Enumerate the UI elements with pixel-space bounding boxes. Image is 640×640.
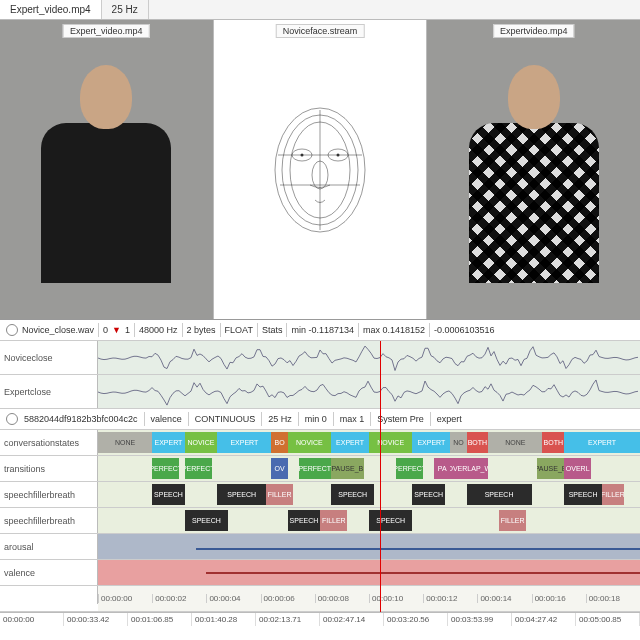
segment-block[interactable]: NOVICE [369, 432, 412, 453]
segment-block[interactable]: PERFECT [185, 458, 212, 479]
chevron-down-icon[interactable]: ▼ [112, 325, 121, 335]
annotation-track-row[interactable]: transitionsPERFECTPERFECTOVPERFECTPAUSE_… [0, 456, 640, 482]
continuous-line [98, 548, 640, 550]
person-figure [11, 65, 202, 319]
audio-max: max 0.1418152 [363, 325, 425, 335]
waveform-body[interactable] [98, 341, 640, 374]
segment-block[interactable]: EXPERT [564, 432, 640, 453]
video-pane-middle[interactable]: Noviceface.stream [214, 20, 428, 319]
target-icon[interactable] [6, 324, 18, 336]
segment-block[interactable]: SPEECH [564, 484, 602, 505]
segment-block[interactable]: NONE [98, 432, 152, 453]
segment-block[interactable]: NOVICE [185, 432, 218, 453]
pane-label-right: Expertvideo.mp4 [493, 24, 575, 38]
segment-block[interactable]: PA [434, 458, 450, 479]
audio-info-bar: Novice_close.wav 0 ▼ 1 48000 Hz 2 bytes … [0, 320, 640, 341]
wave-track-row[interactable]: Expertclose [0, 375, 640, 409]
top-tabs: Expert_video.mp4 25 Hz [0, 0, 640, 20]
annotation-body[interactable]: NONEEXPERTNOVICEEXPERTBONOVICEEXPERTNOVI… [98, 430, 640, 455]
global-time-tick: 00:04:27.42 [512, 613, 576, 626]
segment-block[interactable]: NO [450, 432, 466, 453]
segment-block[interactable]: SPEECH [467, 484, 532, 505]
segment-block[interactable]: EXPERT [152, 432, 185, 453]
segment-block[interactable]: FILLER [320, 510, 347, 531]
segment-block[interactable]: BO [271, 432, 287, 453]
segment-block[interactable]: BOTH [467, 432, 489, 453]
segment-block[interactable]: FILLER [602, 484, 624, 505]
time-tick: 00:00:06 [261, 594, 315, 603]
audio-filename: Novice_close.wav [22, 325, 94, 335]
track-label: arousal [0, 534, 98, 559]
global-time-axis[interactable]: 00:00:0000:00:33.4200:01:06.8500:01:40.2… [0, 612, 640, 626]
annotation-body[interactable]: PERFECTPERFECTOVPERFECTPAUSE_BPERFECTPAO… [98, 456, 640, 481]
segment-block[interactable]: EXPERT [331, 432, 369, 453]
global-time-tick: 00:02:13.71 [256, 613, 320, 626]
tracks-container: NovicecloseExpertclose 5882044df9182b3bf… [0, 341, 640, 612]
segment-block[interactable]: OVERL [564, 458, 591, 479]
segment-block[interactable]: SPEECH [217, 484, 266, 505]
pane-label-left: Expert_video.mp4 [63, 24, 150, 38]
segment-block[interactable]: EXPERT [412, 432, 450, 453]
segment-block[interactable]: OVERLAP_W [450, 458, 488, 479]
segment-block[interactable]: FILLER [499, 510, 526, 531]
segment-block[interactable]: PAUSE_B [537, 458, 564, 479]
time-tick: 00:00:04 [206, 594, 260, 603]
time-tick: 00:00:18 [586, 594, 640, 603]
torso-shape [469, 123, 599, 283]
segment-block[interactable]: PAUSE_B [331, 458, 364, 479]
global-time-tick: 00:00:33.42 [64, 613, 128, 626]
waveform-body[interactable] [98, 375, 640, 408]
head-shape [508, 65, 560, 129]
audio-sr: 48000 Hz [139, 325, 178, 335]
annotation-track-row[interactable]: speechfillerbreathSPEECHSPEECHFILLERSPEE… [0, 508, 640, 534]
sub-ticks[interactable]: 00:00:0000:00:0200:00:0400:00:0600:00:08… [98, 586, 640, 611]
track-label: speechfillerbreath [0, 482, 98, 507]
target-icon[interactable] [6, 413, 18, 425]
track-label: valence [0, 560, 98, 585]
audio-stats[interactable]: Stats [262, 325, 283, 335]
continuous-track-row[interactable]: arousal [0, 534, 640, 560]
segment-block[interactable]: PERFECT [396, 458, 423, 479]
track-label: Noviceclose [0, 341, 98, 374]
person-figure [438, 65, 629, 319]
annotation-track-row[interactable]: speechfillerbreathSPEECHSPEECHFILLERSPEE… [0, 482, 640, 508]
segment-block[interactable]: NOVICE [288, 432, 331, 453]
file-tab[interactable]: Expert_video.mp4 [0, 0, 102, 19]
stream-id: 5882044df9182b3bfc004c2c [24, 414, 138, 424]
segment-block[interactable]: PERFECT [152, 458, 179, 479]
rate-tab[interactable]: 25 Hz [102, 0, 149, 19]
annotation-body[interactable]: SPEECHSPEECHFILLERSPEECHSPEECHSPEECHSPEE… [98, 482, 640, 507]
audio-bytes: 2 bytes [187, 325, 216, 335]
svg-point-10 [337, 153, 340, 156]
stream-mode: CONTINUOUS [195, 414, 256, 424]
segment-block[interactable]: SPEECH [288, 510, 321, 531]
continuous-track-row[interactable]: valence [0, 560, 640, 586]
segment-block[interactable]: PERFECT [299, 458, 332, 479]
wave-track-row[interactable]: Noviceclose [0, 341, 640, 375]
pane-label-middle: Noviceface.stream [276, 24, 365, 38]
global-time-tick: 00:01:06.85 [128, 613, 192, 626]
segment-block[interactable]: EXPERT [217, 432, 271, 453]
video-pane-right[interactable]: Expertvideo.mp4 [427, 20, 640, 319]
sub-time-axis[interactable]: 00:00:0000:00:0200:00:0400:00:0600:00:08… [0, 586, 640, 612]
continuous-body[interactable] [98, 534, 640, 559]
continuous-line [98, 572, 640, 574]
segment-block[interactable]: FILLER [266, 484, 293, 505]
annotation-body[interactable]: SPEECHSPEECHFILLERSPEECHFILLER [98, 508, 640, 533]
segment-block[interactable]: BOTH [542, 432, 564, 453]
segment-block[interactable]: SPEECH [152, 484, 185, 505]
torso-shape [41, 123, 171, 283]
segment-block[interactable]: OV [271, 458, 287, 479]
video-pane-left[interactable]: Expert_video.mp4 [0, 20, 214, 319]
segment-block[interactable]: NONE [488, 432, 542, 453]
segment-block[interactable]: SPEECH [369, 510, 412, 531]
audio-min: min -0.1187134 [291, 325, 354, 335]
segment-block[interactable]: SPEECH [412, 484, 445, 505]
playhead-line[interactable] [380, 341, 381, 612]
global-time-tick: 00:05:00.85 [576, 613, 640, 626]
segment-block[interactable]: SPEECH [185, 510, 228, 531]
continuous-body[interactable] [98, 560, 640, 585]
audio-zero: 0 [103, 325, 108, 335]
segment-block[interactable]: SPEECH [331, 484, 374, 505]
annotation-track-row[interactable]: conversationstatesNONEEXPERTNOVICEEXPERT… [0, 430, 640, 456]
